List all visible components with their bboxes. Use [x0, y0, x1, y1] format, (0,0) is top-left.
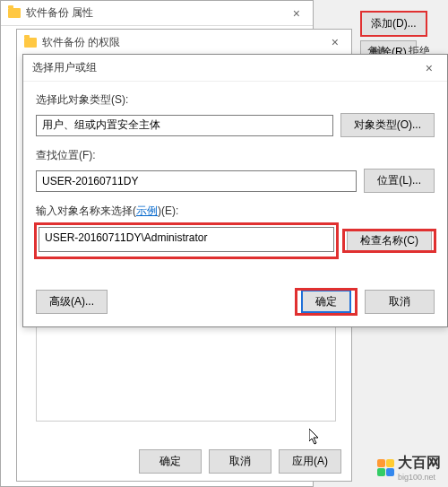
permissions-titlebar: 软件备份 的权限 ×: [17, 30, 351, 55]
location-label: 查找位置(F):: [36, 148, 435, 163]
perm-cancel-button[interactable]: 取消: [209, 449, 271, 474]
check-name-button[interactable]: 检查名称(C): [347, 230, 432, 251]
properties-title: 软件备份 属性: [26, 5, 93, 21]
properties-titlebar: 软件备份 属性 ×: [1, 1, 313, 26]
folder-icon: [24, 38, 37, 48]
perm-ok-button[interactable]: 确定: [139, 449, 202, 474]
watermark-url: big100.net: [398, 473, 441, 482]
select-user-dialog: 选择用户或组 × 选择此对象类型(S): 对象类型(O)... 查找位置(F):…: [22, 54, 448, 327]
watermark: 大百网 big100.net: [376, 454, 441, 482]
dialog-titlebar: 选择用户或组 ×: [23, 55, 447, 82]
add-button[interactable]: 添加(D)...: [360, 11, 427, 37]
location-button[interactable]: 位置(L)...: [364, 169, 435, 193]
cancel-button[interactable]: 取消: [365, 290, 435, 314]
dialog-title: 选择用户或组: [32, 60, 97, 75]
object-type-input: [36, 115, 333, 136]
object-name-input[interactable]: [39, 227, 334, 252]
perm-apply-button[interactable]: 应用(A): [279, 449, 341, 474]
close-icon[interactable]: ×: [326, 35, 344, 49]
permissions-bottom-buttons: 确定 取消 应用(A): [16, 449, 352, 474]
close-icon[interactable]: ×: [288, 6, 306, 21]
permissions-title: 软件备份 的权限: [42, 35, 120, 50]
close-icon[interactable]: ×: [420, 61, 438, 75]
object-name-highlight: [36, 224, 337, 257]
ok-button[interactable]: 确定: [301, 290, 351, 313]
object-type-button[interactable]: 对象类型(O)...: [340, 113, 435, 137]
object-type-label: 选择此对象类型(S):: [36, 92, 435, 108]
check-name-highlight: 检查名称(C): [344, 230, 435, 251]
folder-icon: [8, 8, 21, 18]
object-name-label: 输入对象名称来选择(示例)(E):: [36, 204, 435, 219]
advanced-button[interactable]: 高级(A)...: [36, 290, 108, 314]
watermark-logo-icon: [376, 459, 394, 477]
watermark-text: 大百网: [398, 454, 441, 473]
ok-highlight: 确定: [297, 290, 356, 314]
location-input: [36, 170, 357, 192]
example-link[interactable]: 示例: [136, 204, 158, 217]
